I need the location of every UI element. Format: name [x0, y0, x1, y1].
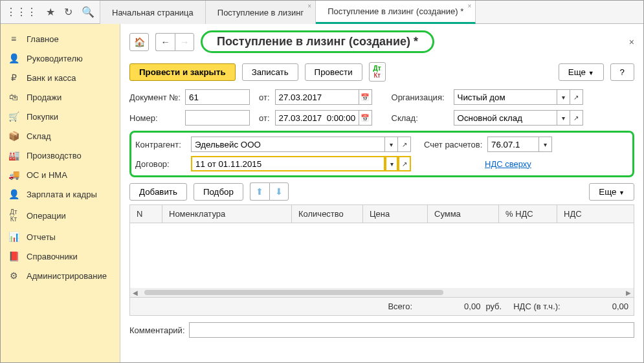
- sidebar-item-warehouse[interactable]: 📦Склад: [1, 126, 120, 146]
- warehouse-input[interactable]: [454, 110, 557, 126]
- vat-total-value: 0,00: [612, 302, 628, 311]
- document-form: 🏠 ← → Поступление в лизинг (создание) * …: [120, 24, 643, 362]
- close-icon[interactable]: ×: [307, 3, 311, 10]
- person-icon: 👤: [8, 189, 19, 199]
- sidebar-item-bank[interactable]: ₽Банк и касса: [1, 68, 120, 87]
- horizontal-scrollbar[interactable]: ◀ ▶: [130, 288, 634, 297]
- forward-button[interactable]: →: [175, 33, 194, 51]
- chevron-down-icon[interactable]: ▾: [385, 137, 398, 152]
- person-icon: 👤: [8, 53, 19, 63]
- chevron-down-icon: ▼: [588, 70, 594, 76]
- tabs: Начальная страница Поступление в лизинг×…: [100, 1, 476, 23]
- date-input[interactable]: [275, 89, 359, 105]
- sidebar-item-main[interactable]: ≡Главное: [1, 29, 120, 49]
- sidebar-item-label: ОС и НМА: [27, 170, 67, 180]
- add-row-button[interactable]: Добавить: [129, 183, 187, 201]
- sidebar-item-label: Руководителю: [27, 54, 83, 63]
- org-label: Организация:: [392, 93, 450, 102]
- scroll-right-icon[interactable]: ▶: [626, 289, 631, 296]
- write-button[interactable]: Записать: [242, 63, 298, 81]
- sidebar-item-label: Операции: [27, 211, 66, 221]
- move-up-button[interactable]: ⬆: [250, 182, 269, 201]
- doc-num-input[interactable]: [185, 89, 250, 105]
- more-button[interactable]: Еще ▼: [559, 63, 604, 81]
- datetime-input[interactable]: [275, 110, 359, 126]
- move-down-button[interactable]: ⬇: [269, 182, 289, 201]
- scroll-left-icon[interactable]: ◀: [133, 289, 138, 296]
- chevron-down-icon[interactable]: ▾: [385, 156, 398, 171]
- more-label: Еще: [568, 67, 586, 77]
- sidebar-item-label: Зарплата и кадры: [27, 190, 97, 199]
- tab-home[interactable]: Начальная страница: [100, 1, 206, 24]
- open-icon[interactable]: ↗: [398, 156, 411, 171]
- sidebar-item-sales[interactable]: 🛍Продажи: [1, 87, 120, 107]
- sidebar-item-production[interactable]: 🏭Производство: [1, 146, 120, 165]
- gear-icon: ⚙: [8, 270, 19, 281]
- total-label: Всего:: [388, 302, 412, 311]
- sidebar-item-label: Производство: [27, 151, 82, 160]
- post-button[interactable]: Провести: [305, 63, 362, 81]
- open-icon[interactable]: ↗: [570, 89, 583, 105]
- sidebar-item-purchases[interactable]: 🛒Покупки: [1, 107, 120, 126]
- dtk-icon: ДтКт: [8, 208, 19, 223]
- close-icon[interactable]: ×: [467, 3, 471, 10]
- sidebar: ≡Главное 👤Руководителю ₽Банк и касса 🛍Пр…: [1, 24, 120, 362]
- dt-kt-button[interactable]: ДтКт: [369, 62, 386, 82]
- tab-leasing-list[interactable]: Поступление в лизинг×: [206, 1, 316, 24]
- sidebar-item-assets[interactable]: 🚚ОС и НМА: [1, 165, 120, 184]
- sidebar-item-reports[interactable]: 📊Отчеты: [1, 227, 120, 247]
- col-vat-pct: % НДС: [499, 205, 557, 223]
- calendar-icon[interactable]: [359, 110, 372, 126]
- contract-label: Договор:: [135, 159, 187, 169]
- calendar-icon[interactable]: [359, 89, 372, 105]
- tab-leasing-create[interactable]: Поступление в лизинг (создание) *×: [316, 1, 476, 24]
- number-label: Номер:: [129, 113, 181, 123]
- items-table: N Номенклатура Количество Цена Сумма % Н…: [129, 204, 634, 316]
- tab-label: Поступление в лизинг: [217, 8, 304, 17]
- chevron-down-icon[interactable]: ▾: [539, 137, 552, 152]
- box-icon: 📦: [8, 131, 19, 141]
- open-icon[interactable]: ↗: [398, 137, 411, 152]
- vat-mode-link[interactable]: НДС сверху: [485, 159, 531, 169]
- tab-label: Поступление в лизинг (создание) *: [328, 6, 463, 16]
- chevron-down-icon[interactable]: ▾: [557, 89, 570, 105]
- account-input[interactable]: [487, 137, 539, 152]
- scrollbar-thumb[interactable]: [144, 290, 443, 295]
- sidebar-item-operations[interactable]: ДтКтОперации: [1, 204, 120, 227]
- chevron-down-icon: ▼: [619, 190, 625, 196]
- search-icon[interactable]: 🔍: [82, 6, 94, 18]
- highlighted-fields: Контрагент: ▾↗ Счет расчетов: ▾ Договор:…: [129, 131, 634, 177]
- post-and-close-button[interactable]: Провести и закрыть: [129, 63, 236, 81]
- sidebar-item-admin[interactable]: ⚙Администрирование: [1, 266, 120, 285]
- chevron-down-icon[interactable]: ▾: [557, 110, 570, 126]
- open-icon[interactable]: ↗: [570, 110, 583, 126]
- table-body[interactable]: [130, 223, 634, 288]
- org-input[interactable]: [454, 89, 557, 105]
- star-icon[interactable]: ★: [46, 6, 55, 18]
- comment-input[interactable]: [189, 322, 635, 338]
- counterparty-input[interactable]: [191, 137, 385, 152]
- history-icon[interactable]: ↻: [64, 6, 72, 18]
- sidebar-item-label: Продажи: [27, 93, 61, 102]
- back-button[interactable]: ←: [155, 33, 175, 51]
- pick-button[interactable]: Подбор: [194, 183, 243, 201]
- close-icon[interactable]: ×: [629, 37, 634, 47]
- home-button[interactable]: 🏠: [129, 33, 149, 51]
- sidebar-item-hr[interactable]: 👤Зарплата и кадры: [1, 184, 120, 204]
- col-n: N: [130, 205, 162, 223]
- sidebar-item-label: Отчеты: [27, 232, 56, 242]
- cart-icon: 🛒: [8, 111, 19, 122]
- totals-row: Всего: 0,00 руб. НДС (в т.ч.): 0,00: [130, 297, 634, 315]
- sidebar-item-manager[interactable]: 👤Руководителю: [1, 49, 120, 68]
- apps-icon[interactable]: ⋮⋮⋮: [6, 6, 37, 18]
- sidebar-item-label: Администрирование: [27, 271, 107, 281]
- sidebar-item-catalogs[interactable]: 📕Справочники: [1, 247, 120, 266]
- help-button[interactable]: ?: [610, 63, 634, 81]
- contract-input[interactable]: [191, 156, 385, 171]
- comment-label: Комментарий:: [129, 325, 185, 335]
- table-more-button[interactable]: Еще ▼: [589, 183, 634, 201]
- col-price: Цена: [363, 205, 428, 223]
- number-input[interactable]: [185, 110, 250, 126]
- col-vat: НДС: [557, 205, 634, 223]
- book-icon: 📕: [8, 251, 19, 261]
